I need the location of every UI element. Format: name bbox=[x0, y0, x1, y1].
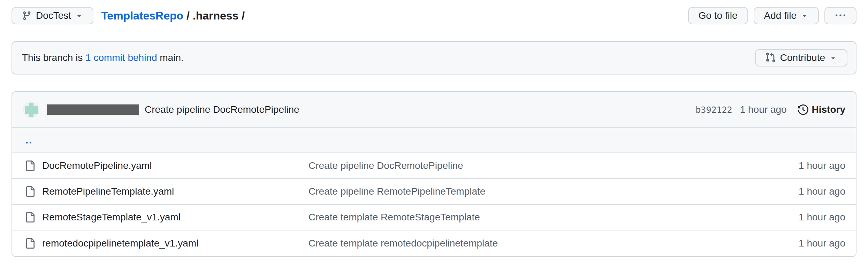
add-file-button[interactable]: Add file bbox=[754, 7, 819, 24]
file-row[interactable]: RemoteStageTemplate_v1.yaml Create templ… bbox=[12, 205, 856, 230]
file-name-link[interactable]: DocRemotePipeline.yaml bbox=[42, 160, 309, 171]
add-file-label: Add file bbox=[764, 10, 797, 21]
go-to-file-button[interactable]: Go to file bbox=[688, 7, 748, 24]
commit-author-avatar[interactable] bbox=[23, 101, 39, 118]
file-name-link[interactable]: RemoteStageTemplate_v1.yaml bbox=[42, 212, 309, 223]
breadcrumb-separator: / bbox=[183, 9, 193, 22]
git-branch-icon bbox=[22, 11, 32, 21]
branch-selector-button[interactable]: DocTest bbox=[12, 7, 93, 24]
commit-sha-link[interactable]: b392122 bbox=[695, 105, 732, 115]
repo-header-bar: DocTest TemplatesRepo / .harness / Go to… bbox=[12, 7, 856, 24]
history-link[interactable]: History bbox=[798, 104, 845, 115]
parent-directory-link[interactable]: .. bbox=[25, 134, 33, 146]
file-commit-message-link[interactable]: Create template remotedocpipelinetemplat… bbox=[309, 238, 741, 249]
history-label: History bbox=[812, 104, 845, 115]
file-name-link[interactable]: remotedocpipelinetemplate_v1.yaml bbox=[42, 238, 309, 249]
breadcrumb-trailing-slash: / bbox=[238, 9, 245, 22]
file-commit-time: 1 hour ago bbox=[741, 160, 845, 171]
contribute-label: Contribute bbox=[780, 52, 825, 63]
file-commit-time: 1 hour ago bbox=[741, 186, 845, 197]
file-icon bbox=[25, 238, 35, 249]
commits-behind-link[interactable]: 1 commit behind bbox=[85, 52, 157, 63]
breadcrumb-current-path: .harness bbox=[193, 9, 239, 22]
file-commit-time: 1 hour ago bbox=[741, 212, 845, 223]
commit-time: 1 hour ago bbox=[740, 104, 787, 115]
branch-status-text: This branch is 1 commit behind main. bbox=[22, 52, 184, 63]
file-icon bbox=[25, 186, 35, 197]
current-branch-label: DocTest bbox=[36, 10, 71, 21]
triangle-down-icon bbox=[829, 54, 837, 62]
branch-status-banner: This branch is 1 commit behind main. Con… bbox=[12, 41, 856, 75]
parent-directory-row[interactable]: .. bbox=[12, 128, 856, 153]
commit-message-link[interactable]: Create pipeline DocRemotePipeline bbox=[145, 104, 299, 115]
file-icon bbox=[25, 161, 35, 171]
repo-header-actions: Go to file Add file bbox=[688, 7, 856, 24]
branch-and-breadcrumb: DocTest TemplatesRepo / .harness / bbox=[12, 7, 245, 24]
kebab-horizontal-icon bbox=[836, 11, 845, 21]
file-row[interactable]: RemotePipelineTemplate.yaml Create pipel… bbox=[12, 179, 856, 205]
history-clock-icon bbox=[798, 104, 808, 115]
contribute-button[interactable]: Contribute bbox=[755, 49, 847, 66]
commit-meta: b392122 1 hour ago History bbox=[695, 104, 845, 115]
latest-commit-header: Create pipeline DocRemotePipeline b39212… bbox=[12, 92, 856, 128]
file-icon bbox=[25, 212, 35, 222]
file-commit-message-link[interactable]: Create pipeline RemotePipelineTemplate bbox=[309, 186, 741, 197]
breadcrumb: TemplatesRepo / .harness / bbox=[101, 9, 245, 22]
status-text-prefix: This branch is bbox=[22, 52, 85, 63]
git-compare-icon bbox=[766, 53, 776, 63]
file-row[interactable]: remotedocpipelinetemplate_v1.yaml Create… bbox=[12, 230, 856, 256]
file-commit-time: 1 hour ago bbox=[741, 238, 845, 249]
file-row[interactable]: DocRemotePipeline.yaml Create pipeline D… bbox=[12, 153, 856, 179]
repo-file-browser: DocTest TemplatesRepo / .harness / Go to… bbox=[0, 0, 868, 257]
file-commit-message-link[interactable]: Create template RemoteStageTemplate bbox=[309, 212, 741, 223]
file-name-link[interactable]: RemotePipelineTemplate.yaml bbox=[42, 186, 309, 197]
more-options-button[interactable] bbox=[824, 7, 856, 24]
go-to-file-label: Go to file bbox=[699, 10, 738, 21]
redacted-author-name bbox=[47, 104, 139, 115]
file-commit-message-link[interactable]: Create pipeline DocRemotePipeline bbox=[309, 160, 741, 171]
triangle-down-icon bbox=[801, 12, 808, 19]
status-text-suffix: main. bbox=[157, 52, 184, 63]
chevron-down-icon bbox=[75, 12, 83, 19]
file-table: Create pipeline DocRemotePipeline b39212… bbox=[12, 91, 856, 257]
breadcrumb-repo-link[interactable]: TemplatesRepo bbox=[101, 9, 183, 22]
